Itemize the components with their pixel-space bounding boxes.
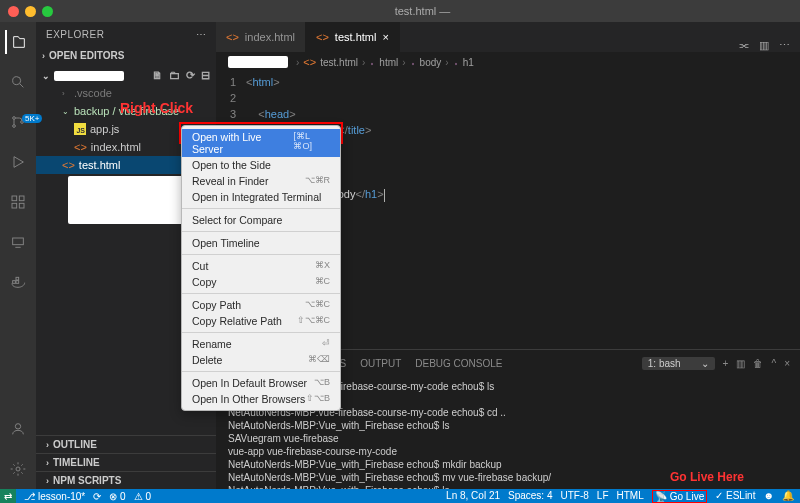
settings-gear-icon[interactable] xyxy=(6,457,30,481)
scm-badge: 5K+ xyxy=(22,114,42,123)
html-file-icon: <> xyxy=(62,159,75,171)
remote-icon[interactable] xyxy=(6,230,30,254)
eslint-status[interactable]: ✓ ESLint xyxy=(715,490,755,503)
menu-reveal-finder[interactable]: Reveal in Finder⌥⌘R xyxy=(182,173,340,189)
language-mode[interactable]: HTML xyxy=(617,490,644,503)
svg-point-2 xyxy=(13,125,16,128)
svg-rect-9 xyxy=(13,281,16,284)
debug-console-tab[interactable]: DEBUG CONSOLE xyxy=(415,358,502,369)
collapse-icon[interactable]: ⊟ xyxy=(201,69,210,82)
context-menu: Open with Live Server[⌘L ⌘O] Open to the… xyxy=(181,125,341,411)
source-control-icon[interactable]: 5K+ xyxy=(6,110,30,134)
workspace-section[interactable]: ⌄ 🗎 🗀 ⟳ ⊟ xyxy=(36,67,216,84)
more-icon[interactable]: ⋯ xyxy=(196,29,207,40)
svg-rect-5 xyxy=(19,196,24,201)
menu-open-default-browser[interactable]: Open In Default Browser⌥B xyxy=(182,375,340,391)
menu-copy[interactable]: Copy⌘C xyxy=(182,274,340,290)
encoding-status[interactable]: UTF-8 xyxy=(561,490,589,503)
open-editors-section[interactable]: ›OPEN EDITORS xyxy=(36,48,216,63)
terminal-dropdown[interactable]: 1: bash⌄ xyxy=(642,357,715,370)
annotation-right-click: Right Click xyxy=(120,100,193,116)
svg-point-13 xyxy=(16,467,20,471)
new-folder-icon[interactable]: 🗀 xyxy=(169,69,180,82)
svg-rect-11 xyxy=(16,277,19,280)
explorer-icon[interactable] xyxy=(5,30,29,54)
close-panel-icon[interactable]: × xyxy=(784,358,790,369)
annotation-go-live: Go Live Here xyxy=(670,470,744,484)
account-icon[interactable] xyxy=(6,417,30,441)
new-terminal-icon[interactable]: + xyxy=(723,358,729,369)
svg-rect-6 xyxy=(12,203,17,208)
html-file-icon: <> xyxy=(316,31,329,43)
window-controls[interactable] xyxy=(8,6,53,17)
timeline-section[interactable]: ›TIMELINE xyxy=(36,453,216,471)
breadcrumb-root-redacted xyxy=(228,56,288,68)
search-icon[interactable] xyxy=(6,70,30,94)
status-bar: ⇄ ⎇ lesson-10* ⟳ ⊗ 0 ⚠ 0 Ln 8, Col 21 Sp… xyxy=(0,489,800,503)
cursor-position[interactable]: Ln 8, Col 21 xyxy=(446,490,500,503)
compare-icon[interactable]: ⫘ xyxy=(738,39,749,52)
menu-rename[interactable]: Rename⏎ xyxy=(182,336,340,352)
workspace-name-redacted xyxy=(54,71,124,81)
chevron-down-icon: ⌄ xyxy=(701,358,709,369)
outline-section[interactable]: ›OUTLINE xyxy=(36,435,216,453)
errors-status[interactable]: ⊗ 0 xyxy=(109,491,125,502)
svg-rect-8 xyxy=(13,238,24,245)
html-file-icon: <> xyxy=(303,56,316,68)
menu-select-compare[interactable]: Select for Compare xyxy=(182,212,340,228)
new-file-icon[interactable]: 🗎 xyxy=(152,69,163,82)
html-file-icon: <> xyxy=(226,31,239,43)
svg-rect-7 xyxy=(19,203,24,208)
close-tab-icon[interactable]: × xyxy=(382,31,388,43)
go-live-button[interactable]: 📡 Go Live xyxy=(652,490,707,503)
indentation-status[interactable]: Spaces: 4 xyxy=(508,490,552,503)
svg-rect-4 xyxy=(12,196,17,201)
git-branch-status[interactable]: ⎇ lesson-10* xyxy=(24,491,85,502)
menu-open-to-side[interactable]: Open to the Side xyxy=(182,157,340,173)
remote-status[interactable]: ⇄ xyxy=(0,489,16,503)
split-editor-icon[interactable]: ▥ xyxy=(759,39,769,52)
js-file-icon: JS xyxy=(74,123,86,135)
menu-copy-rel-path[interactable]: Copy Relative Path⇧⌥⌘C xyxy=(182,313,340,329)
titlebar: test.html — xyxy=(0,0,800,22)
menu-open-other-browsers[interactable]: Open In Other Browsers⇧⌥B xyxy=(182,391,340,407)
minimize-window-icon[interactable] xyxy=(25,6,36,17)
feedback-icon[interactable]: ☻ xyxy=(763,490,774,503)
explorer-title: EXPLORER xyxy=(46,29,104,40)
warnings-status[interactable]: ⚠ 0 xyxy=(134,491,151,502)
window-title: test.html — xyxy=(53,5,792,17)
menu-cut[interactable]: Cut⌘X xyxy=(182,258,340,274)
debug-icon[interactable] xyxy=(6,150,30,174)
svg-point-12 xyxy=(15,424,20,429)
close-window-icon[interactable] xyxy=(8,6,19,17)
more-actions-icon[interactable]: ⋯ xyxy=(779,39,790,52)
docker-icon[interactable] xyxy=(6,270,30,294)
extensions-icon[interactable] xyxy=(6,190,30,214)
npm-scripts-section[interactable]: ›NPM SCRIPTS xyxy=(36,471,216,489)
html-file-icon: <> xyxy=(74,141,87,153)
menu-open-terminal[interactable]: Open in Integrated Terminal xyxy=(182,189,340,205)
maximize-panel-icon[interactable]: ^ xyxy=(771,358,776,369)
svg-rect-10 xyxy=(16,281,19,284)
output-tab[interactable]: OUTPUT xyxy=(360,358,401,369)
menu-copy-path[interactable]: Copy Path⌥⌘C xyxy=(182,297,340,313)
menu-open-timeline[interactable]: Open Timeline xyxy=(182,235,340,251)
tab-test[interactable]: <>test.html× xyxy=(306,22,400,52)
split-terminal-icon[interactable]: ▥ xyxy=(736,358,745,369)
breadcrumb[interactable]: › <>test.html› ⬫html› ⬫body› ⬫h1 xyxy=(216,52,800,72)
activity-bar: 5K+ xyxy=(0,22,36,489)
kill-terminal-icon[interactable]: 🗑 xyxy=(753,358,763,369)
tab-index[interactable]: <>index.html xyxy=(216,22,306,52)
editor-tabs: <>index.html <>test.html× ⫘ ▥ ⋯ xyxy=(216,22,800,52)
svg-point-0 xyxy=(13,77,21,85)
svg-point-1 xyxy=(13,117,16,120)
sync-status[interactable]: ⟳ xyxy=(93,491,101,502)
notifications-icon[interactable]: 🔔 xyxy=(782,490,794,503)
maximize-window-icon[interactable] xyxy=(42,6,53,17)
menu-open-live-server[interactable]: Open with Live Server[⌘L ⌘O] xyxy=(182,129,340,157)
menu-delete[interactable]: Delete⌘⌫ xyxy=(182,352,340,368)
refresh-icon[interactable]: ⟳ xyxy=(186,69,195,82)
eol-status[interactable]: LF xyxy=(597,490,609,503)
